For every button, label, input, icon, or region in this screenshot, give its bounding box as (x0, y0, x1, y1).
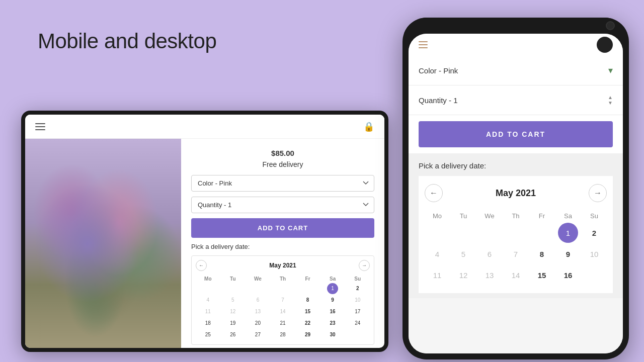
cal-day-5[interactable]: 5 (227, 295, 238, 306)
phone-cal-day-4[interactable]: 4 (427, 244, 447, 264)
phone-cal-empty (506, 223, 526, 243)
cal-day-29[interactable]: 29 (302, 329, 313, 340)
phone-top-bar (403, 18, 629, 34)
cal-day-6[interactable]: 6 (252, 295, 263, 306)
phone-calendar: ← May 2021 → Mo Tu We Th Fr Sa Su (419, 176, 613, 293)
cal-day (277, 283, 288, 294)
phone-color-arrow: ▾ (608, 65, 613, 76)
phone-cal-prev[interactable]: ← (425, 184, 443, 202)
phone-cal-day-14[interactable]: 14 (506, 265, 526, 285)
phone-cal-day-7[interactable]: 7 (506, 244, 526, 264)
delivery-calendar: ← May 2021 → Mo Tu We Th Fr Sa Su (191, 255, 374, 345)
phone-hdr-th: Th (503, 210, 528, 222)
phone-cal-day-6[interactable]: 6 (479, 244, 500, 264)
phone-color-label: Color - Pink (419, 66, 458, 75)
phone-cal-day-15[interactable]: 15 (532, 265, 552, 285)
phone-statusbar (409, 34, 623, 56)
cal-day-8[interactable]: 8 (302, 295, 313, 306)
phone-cal-day-9[interactable]: 9 (558, 244, 578, 264)
phone-color-row[interactable]: Color - Pink ▾ (409, 56, 623, 85)
cal-day-24[interactable]: 24 (352, 318, 363, 329)
cal-day-13[interactable]: 13 (252, 306, 263, 317)
cal-day (202, 283, 213, 294)
phone-cal-day-13[interactable]: 13 (479, 265, 500, 285)
phone-menu-icon[interactable] (419, 41, 428, 48)
phone-hdr-mo: Mo (425, 210, 450, 222)
phone-cal-day-16[interactable]: 16 (558, 265, 578, 285)
price-value: $85.00 (191, 148, 374, 159)
phone-cal-day-8[interactable]: 8 (532, 244, 552, 264)
cal-header-we: We (246, 275, 270, 283)
phone-cal-day-1[interactable]: 1 (558, 223, 578, 243)
cal-day-22[interactable]: 22 (302, 318, 313, 329)
phone-cal-next[interactable]: → (589, 184, 607, 202)
page-title: Mobile and desktop (38, 29, 216, 53)
cal-header-su: Su (345, 275, 370, 283)
cal-month-title: May 2021 (269, 262, 296, 269)
cal-day-12[interactable]: 12 (227, 306, 238, 317)
cal-header-mo: Mo (196, 275, 220, 283)
cal-day-14[interactable]: 14 (277, 306, 288, 317)
phone-add-cart-section: ADD TO CART (409, 115, 623, 153)
cal-day-7[interactable]: 7 (277, 295, 288, 306)
cal-day-19[interactable]: 19 (227, 318, 238, 329)
cal-header-sa: Sa (320, 275, 345, 283)
phone-delivery-prompt: Pick a delivery date: (419, 161, 613, 170)
qty-down-icon[interactable]: ▼ (608, 100, 613, 106)
phone-quantity-arrows[interactable]: ▲ ▼ (608, 95, 613, 106)
cal-day-16[interactable]: 16 (327, 306, 338, 317)
cal-day-2[interactable]: 2 (352, 283, 363, 294)
cal-day-4[interactable]: 4 (202, 295, 213, 306)
cal-day-20[interactable]: 20 (252, 318, 263, 329)
tablet-menu-icon[interactable] (35, 123, 45, 130)
cal-day (252, 283, 263, 294)
cal-day-17[interactable]: 17 (352, 306, 363, 317)
cal-day-26[interactable]: 26 (227, 329, 238, 340)
cal-day-9[interactable]: 9 (327, 295, 338, 306)
phone-cal-day-12[interactable]: 12 (453, 265, 473, 285)
cal-header-th: Th (271, 275, 295, 283)
cal-day-15[interactable]: 15 (302, 306, 313, 317)
cal-day (227, 283, 238, 294)
cal-day-23[interactable]: 23 (327, 318, 338, 329)
phone-delivery-section: Pick a delivery date: ← May 2021 → Mo Tu… (409, 153, 623, 298)
phone-hdr-fr: Fr (529, 210, 554, 222)
cal-next-button[interactable]: → (359, 260, 370, 271)
cal-day-21[interactable]: 21 (277, 318, 288, 329)
cal-day-10[interactable]: 10 (352, 295, 363, 306)
delivery-info: Free delivery (263, 160, 303, 168)
quantity-select[interactable]: Quantity - 1 (191, 197, 374, 213)
phone-cal-day-11[interactable]: 11 (427, 265, 447, 285)
phone-hdr-sa: Sa (555, 210, 581, 222)
tablet-lock-icon: 🔒 (363, 121, 374, 132)
cal-header-fr: Fr (295, 275, 320, 283)
phone-camera-icon (597, 37, 613, 53)
product-image (25, 139, 181, 348)
tablet-content: $85.00 Free delivery Color - Pink Quanti… (25, 139, 384, 348)
cal-day-28[interactable]: 28 (277, 329, 288, 340)
phone-camera (606, 21, 615, 30)
phone-cal-empty (427, 223, 447, 243)
phone-content: Color - Pink ▾ Quantity - 1 ▲ ▼ ADD TO C… (409, 56, 623, 353)
color-select[interactable]: Color - Pink (191, 175, 374, 192)
cal-prev-button[interactable]: ← (196, 260, 207, 271)
product-price-block: $85.00 Free delivery (191, 148, 374, 170)
phone-device: Color - Pink ▾ Quantity - 1 ▲ ▼ ADD TO C… (403, 18, 629, 359)
cal-day-11[interactable]: 11 (202, 306, 213, 317)
phone-add-to-cart-button[interactable]: ADD TO CART (419, 121, 613, 147)
tablet-right-panel: $85.00 Free delivery Color - Pink Quanti… (181, 139, 384, 348)
phone-cal-day-2[interactable]: 2 (584, 223, 604, 243)
cal-day-30[interactable]: 30 (327, 329, 338, 340)
phone-cal-empty (479, 223, 500, 243)
cal-day-25[interactable]: 25 (202, 329, 213, 340)
cal-day-1[interactable]: 1 (327, 283, 338, 294)
phone-hdr-su: Su (582, 210, 607, 222)
phone-quantity-row[interactable]: Quantity - 1 ▲ ▼ (409, 85, 623, 115)
add-to-cart-button[interactable]: ADD TO CART (191, 218, 374, 238)
cal-day-27[interactable]: 27 (252, 329, 263, 340)
cal-day-18[interactable]: 18 (202, 318, 213, 329)
qty-up-icon[interactable]: ▲ (608, 95, 613, 100)
phone-cal-day-10[interactable]: 10 (584, 244, 604, 264)
cal-header-tu: Tu (221, 275, 246, 283)
phone-cal-day-5[interactable]: 5 (453, 244, 473, 264)
